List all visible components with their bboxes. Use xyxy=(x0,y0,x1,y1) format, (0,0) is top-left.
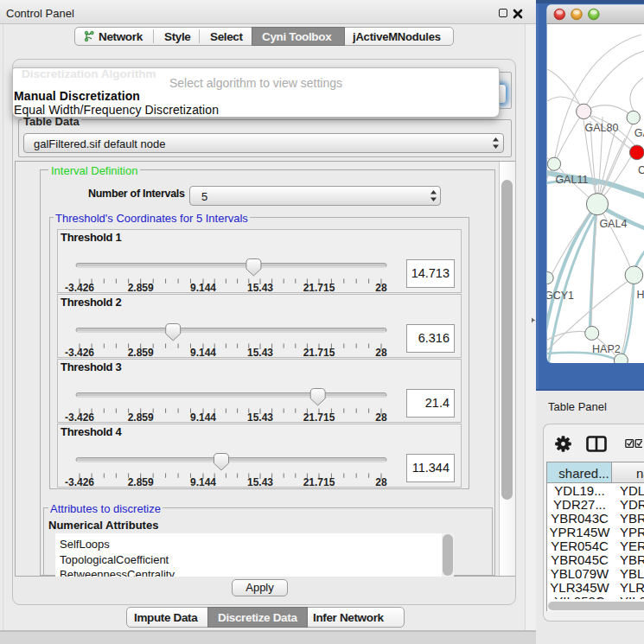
svg-text:15.43: 15.43 xyxy=(247,411,273,424)
svg-text:-3.426: -3.426 xyxy=(65,476,94,488)
svg-text:9.144: 9.144 xyxy=(190,347,216,359)
svg-text:21.715: 21.715 xyxy=(303,476,335,488)
svg-text:15.43: 15.43 xyxy=(247,282,273,294)
svg-text:-3.426: -3.426 xyxy=(65,347,94,359)
svg-text:21.715: 21.715 xyxy=(303,347,335,359)
svg-text:GAL4: GAL4 xyxy=(599,218,627,230)
svg-text:21.715: 21.715 xyxy=(303,411,335,424)
svg-text:9.144: 9.144 xyxy=(190,411,216,424)
svg-text:GCY1: GCY1 xyxy=(545,290,574,302)
svg-text:28: 28 xyxy=(375,347,387,359)
svg-text:2.859: 2.859 xyxy=(128,347,154,359)
svg-text:15.43: 15.43 xyxy=(247,347,273,359)
svg-text:GA: GA xyxy=(634,127,644,139)
svg-text:HAP2: HAP2 xyxy=(592,343,621,355)
svg-text:9.144: 9.144 xyxy=(190,282,216,294)
svg-text:H: H xyxy=(637,289,644,301)
svg-text:GAL11: GAL11 xyxy=(555,174,588,186)
svg-text:21.715: 21.715 xyxy=(303,282,335,294)
svg-text:GAL80: GAL80 xyxy=(585,122,619,134)
svg-text:C: C xyxy=(638,164,644,176)
svg-text:-3.426: -3.426 xyxy=(65,282,94,294)
svg-text:15.43: 15.43 xyxy=(247,476,273,488)
svg-text:2.859: 2.859 xyxy=(128,282,154,294)
svg-text:28: 28 xyxy=(375,476,387,488)
svg-text:-3.426: -3.426 xyxy=(65,411,94,424)
svg-text:2.859: 2.859 xyxy=(128,411,154,424)
svg-text:9.144: 9.144 xyxy=(190,476,216,488)
svg-text:28: 28 xyxy=(375,411,387,424)
svg-text:2.859: 2.859 xyxy=(128,476,154,488)
svg-text:28: 28 xyxy=(375,282,387,294)
